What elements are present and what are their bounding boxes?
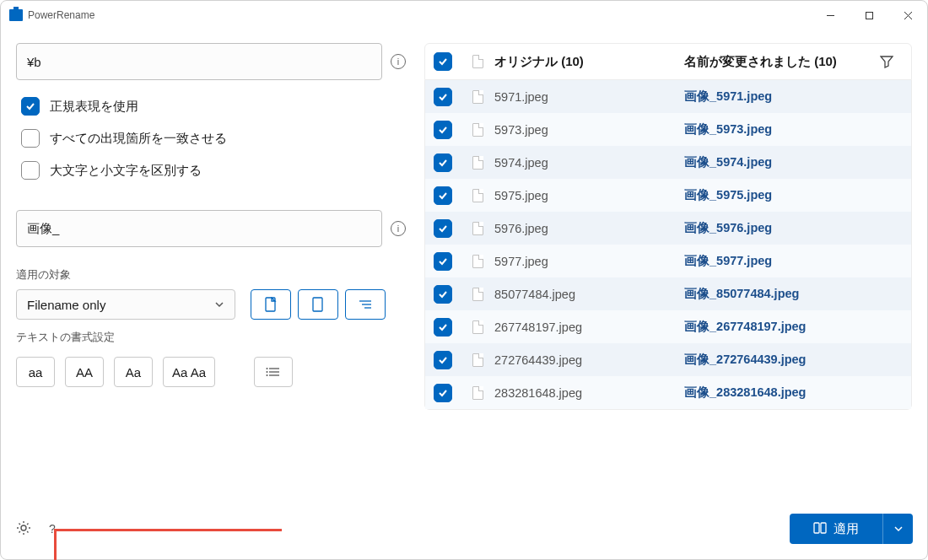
original-header: オリジナル (10) [494, 54, 684, 70]
renamed-name: 画像_5976.jpeg [684, 220, 874, 236]
search-input[interactable]: ¥b [16, 43, 382, 80]
row-checkbox[interactable] [434, 219, 452, 238]
table-row[interactable]: 5975.jpeg画像_5975.jpeg [425, 179, 911, 212]
minimize-button[interactable] [811, 2, 850, 29]
svg-point-14 [267, 374, 268, 376]
replace-input[interactable]: 画像_ [16, 210, 382, 247]
file-icon [472, 222, 483, 235]
svg-rect-16 [814, 523, 819, 533]
original-name: 5973.jpeg [494, 123, 684, 137]
file-icon [472, 55, 483, 68]
row-checkbox[interactable] [434, 285, 452, 304]
original-name: 272764439.jpeg [494, 353, 684, 367]
svg-rect-1 [866, 12, 872, 19]
file-icon [472, 156, 483, 170]
row-checkbox[interactable] [434, 186, 452, 205]
settings-button[interactable] [15, 520, 32, 539]
apply-dropdown-button[interactable] [882, 514, 913, 544]
chevron-down-icon [214, 298, 224, 312]
row-checkbox[interactable] [434, 351, 452, 369]
titlebar: PowerRename [1, 1, 927, 30]
regex-label: 正規表現を使用 [50, 99, 138, 115]
apply-button[interactable]: 適用 [790, 514, 913, 544]
uppercase-button[interactable]: AA [65, 357, 104, 387]
enumerate-button[interactable] [254, 357, 293, 387]
app-window: PowerRename ¥b i 正規表現を使用 すべての出現箇所を一致させる [0, 0, 928, 560]
table-row[interactable]: 283281648.jpeg画像_283281648.jpeg [425, 376, 911, 409]
file-icon [472, 288, 483, 301]
svg-point-15 [21, 525, 26, 530]
include-subfolders-button[interactable] [345, 289, 386, 320]
original-name: 283281648.jpeg [494, 386, 684, 400]
renamed-name: 画像_5974.jpeg [684, 154, 874, 170]
original-name: 267748197.jpeg [494, 320, 684, 334]
replace-info-icon[interactable]: i [391, 221, 406, 236]
case-label: 大文字と小文字を区別する [50, 163, 202, 179]
original-name: 5976.jpeg [494, 222, 684, 235]
case-checkbox[interactable] [21, 161, 40, 180]
renamed-name: 画像_5977.jpeg [684, 253, 874, 269]
include-files-button[interactable] [251, 289, 291, 320]
renamed-name: 画像_5975.jpeg [684, 187, 874, 203]
window-title: PowerRename [28, 9, 94, 21]
file-icon [472, 90, 483, 104]
svg-rect-17 [821, 523, 826, 533]
svg-point-12 [267, 368, 268, 369]
renamed-name: 画像_272764439.jpeg [684, 352, 874, 368]
regex-checkbox[interactable] [21, 97, 40, 116]
row-checkbox[interactable] [434, 88, 452, 106]
file-icon [472, 123, 483, 137]
maximize-button[interactable] [850, 2, 888, 29]
file-icon [472, 353, 483, 367]
file-icon [472, 189, 483, 202]
table-row[interactable]: 5977.jpeg画像_5977.jpeg [425, 245, 911, 277]
apply-icon [813, 521, 827, 537]
file-icon [472, 255, 483, 268]
original-name: 85077484.jpeg [494, 288, 684, 301]
format-label: テキストの書式設定 [16, 330, 406, 345]
table-row[interactable]: 267748197.jpeg画像_267748197.jpeg [425, 310, 911, 343]
renamed-name: 画像_5973.jpeg [684, 121, 874, 137]
row-checkbox[interactable] [434, 384, 452, 402]
match-all-label: すべての出現箇所を一致させる [50, 131, 227, 147]
row-checkbox[interactable] [434, 153, 452, 172]
renamed-name: 画像_5971.jpeg [684, 89, 874, 105]
table-row[interactable]: 5973.jpeg画像_5973.jpeg [425, 113, 911, 146]
svg-rect-5 [313, 298, 322, 311]
row-checkbox[interactable] [434, 318, 452, 337]
renamed-header: 名前が変更されました (10) [684, 54, 874, 70]
include-folders-button[interactable] [298, 289, 338, 320]
original-name: 5975.jpeg [494, 189, 684, 202]
app-icon [9, 9, 23, 21]
select-all-checkbox[interactable] [434, 52, 452, 71]
table-row[interactable]: 5971.jpeg画像_5971.jpeg [425, 80, 911, 113]
capitalize-button[interactable]: Aa Aa [163, 357, 215, 387]
table-row[interactable]: 5974.jpeg画像_5974.jpeg [425, 146, 911, 179]
table-header: オリジナル (10) 名前が変更されました (10) [424, 43, 912, 80]
svg-point-13 [267, 371, 268, 373]
titlecase-button[interactable]: Aa [114, 357, 153, 387]
table-row[interactable]: 85077484.jpeg画像_85077484.jpeg [425, 277, 911, 310]
apply-to-label: 適用の対象 [16, 267, 406, 283]
table-row[interactable]: 5976.jpeg画像_5976.jpeg [425, 212, 911, 245]
table-row[interactable]: 272764439.jpeg画像_272764439.jpeg [425, 343, 911, 376]
help-button[interactable]: ? [49, 522, 56, 536]
original-name: 5977.jpeg [494, 255, 684, 268]
match-all-checkbox[interactable] [21, 129, 40, 148]
lowercase-button[interactable]: aa [16, 357, 55, 387]
renamed-name: 画像_85077484.jpeg [684, 286, 874, 302]
row-checkbox[interactable] [434, 252, 452, 271]
file-list: 5971.jpeg画像_5971.jpeg5973.jpeg画像_5973.jp… [424, 80, 912, 410]
original-name: 5971.jpeg [494, 90, 684, 104]
search-info-icon[interactable]: i [391, 54, 406, 69]
file-icon [472, 386, 483, 400]
file-icon [472, 320, 483, 334]
renamed-name: 画像_283281648.jpeg [684, 385, 874, 401]
filter-button[interactable] [874, 55, 899, 68]
original-name: 5974.jpeg [494, 156, 684, 170]
apply-to-dropdown[interactable]: Filename only [16, 289, 235, 320]
row-checkbox[interactable] [434, 121, 452, 139]
renamed-name: 画像_267748197.jpeg [684, 319, 874, 335]
close-button[interactable] [888, 2, 927, 29]
